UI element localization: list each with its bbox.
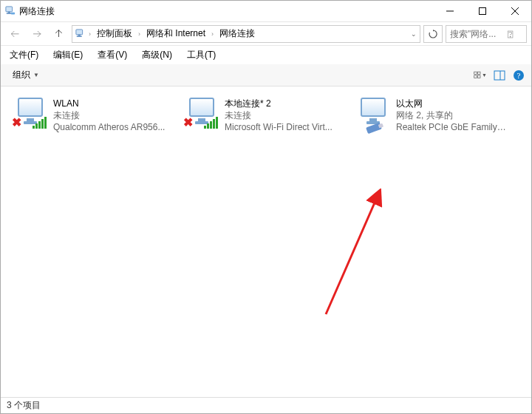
titlebar: 网络连接 <box>1 1 531 21</box>
svg-rect-12 <box>474 72 477 74</box>
item-desc: Microsoft Wi-Fi Direct Virt... <box>225 121 332 133</box>
breadcrumb-item-1[interactable]: 网络和 Internet <box>143 26 208 41</box>
item-status: 网络 2, 共享的 <box>396 109 508 121</box>
svg-rect-5 <box>480 8 486 15</box>
search-input[interactable] <box>450 29 508 39</box>
svg-rect-13 <box>478 72 480 74</box>
titlebar-left: 网络连接 <box>5 5 55 18</box>
wifi-direct-icon: ✖ <box>183 98 219 129</box>
breadcrumb-item-0[interactable]: 控制面板 <box>94 26 135 41</box>
svg-rect-14 <box>474 75 477 78</box>
help-button[interactable]: ? <box>512 69 525 82</box>
item-name: 以太网 <box>396 98 508 109</box>
disconnected-x-icon: ✖ <box>12 115 21 129</box>
svg-rect-8 <box>76 29 83 34</box>
svg-rect-15 <box>478 75 480 78</box>
network-adapter-local2[interactable]: ✖ 本地连接* 2 未连接 Microsoft Wi-Fi Direct Vir… <box>180 94 341 138</box>
organize-label: 组织 <box>13 69 30 81</box>
item-status: 未连接 <box>53 109 165 121</box>
item-name: WLAN <box>53 98 165 109</box>
menu-tools[interactable]: 工具(T) <box>184 47 219 63</box>
svg-rect-0 <box>6 7 13 12</box>
ethernet-icon <box>355 98 390 129</box>
svg-rect-16 <box>494 71 505 80</box>
app-icon <box>5 6 16 16</box>
svg-line-21 <box>326 196 378 314</box>
item-name: 本地连接* 2 <box>225 98 332 109</box>
toolbar-right: ▼ ? <box>474 69 525 82</box>
menu-file[interactable]: 文件(F) <box>7 47 41 63</box>
item-desc: Realtek PCIe GbE Family C... <box>396 121 508 133</box>
breadcrumb-item-2[interactable]: 网络连接 <box>216 26 258 41</box>
menu-edit[interactable]: 编辑(E) <box>50 47 86 63</box>
organize-button[interactable]: 组织 ▼ <box>7 67 45 84</box>
svg-rect-10 <box>77 35 82 36</box>
breadcrumb-dropdown[interactable]: ⌄ <box>411 30 417 38</box>
breadcrumb-icon <box>75 29 86 39</box>
menubar: 文件(F) 编辑(E) 查看(V) 高级(N) 工具(T) <box>1 45 531 64</box>
menu-view[interactable]: 查看(V) <box>95 47 130 63</box>
search-icon: ⍰ <box>508 29 513 39</box>
svg-rect-9 <box>78 34 81 35</box>
menu-advanced[interactable]: 高级(N) <box>139 47 175 63</box>
preview-pane-button[interactable] <box>493 69 506 82</box>
refresh-button[interactable] <box>423 25 443 43</box>
annotation-arrow <box>318 189 407 322</box>
disconnected-x-icon: ✖ <box>183 115 193 129</box>
svg-text:?: ? <box>517 71 521 80</box>
close-button[interactable] <box>499 1 531 21</box>
chevron-right-icon[interactable]: › <box>87 30 92 38</box>
chevron-down-icon: ▼ <box>33 72 39 78</box>
maximize-button[interactable] <box>466 1 499 21</box>
network-adapter-ethernet[interactable]: 以太网 网络 2, 共享的 Realtek PCIe GbE Family C.… <box>351 94 512 138</box>
navbar: 🡠 🡢 🡡 › 控制面板 › 网络和 Internet › 网络连接 ⌄ ⍰ <box>1 21 531 45</box>
item-status: 未连接 <box>225 109 332 121</box>
window-controls <box>434 1 531 21</box>
toolbar-left: 组织 ▼ <box>7 67 45 84</box>
window-frame: 网络连接 🡠 🡢 🡡 › 控制面板 › 网络和 Internet › 网络连接 … <box>0 0 532 414</box>
view-mode-button[interactable]: ▼ <box>474 69 487 82</box>
breadcrumb[interactable]: › 控制面板 › 网络和 Internet › 网络连接 ⌄ <box>72 25 420 43</box>
item-desc: Qualcomm Atheros AR956... <box>53 121 165 133</box>
up-button[interactable]: 🡡 <box>50 24 69 44</box>
svg-rect-1 <box>8 12 11 13</box>
chevron-right-icon[interactable]: › <box>210 30 215 38</box>
search-box[interactable]: ⍰ <box>446 25 527 43</box>
wlan-icon: ✖ <box>12 98 47 129</box>
item-text: WLAN 未连接 Qualcomm Atheros AR956... <box>53 98 165 134</box>
forward-button[interactable]: 🡢 <box>27 24 47 44</box>
status-text: 3 个项目 <box>7 399 41 412</box>
item-text: 以太网 网络 2, 共享的 Realtek PCIe GbE Family C.… <box>396 98 508 134</box>
window-title: 网络连接 <box>19 5 55 18</box>
back-button[interactable]: 🡠 <box>5 24 24 44</box>
svg-rect-3 <box>11 13 15 15</box>
statusbar: 3 个项目 <box>1 397 531 413</box>
toolbar: 组织 ▼ ▼ ? <box>1 64 531 86</box>
content-area: ✖ WLAN 未连接 Qualcomm Atheros AR956... ✖ 本… <box>1 86 531 397</box>
svg-rect-2 <box>7 13 12 14</box>
minimize-button[interactable] <box>434 1 466 21</box>
network-adapter-wlan[interactable]: ✖ WLAN 未连接 Qualcomm Atheros AR956... <box>8 94 169 138</box>
item-text: 本地连接* 2 未连接 Microsoft Wi-Fi Direct Virt.… <box>225 98 332 134</box>
chevron-right-icon[interactable]: › <box>137 30 142 38</box>
